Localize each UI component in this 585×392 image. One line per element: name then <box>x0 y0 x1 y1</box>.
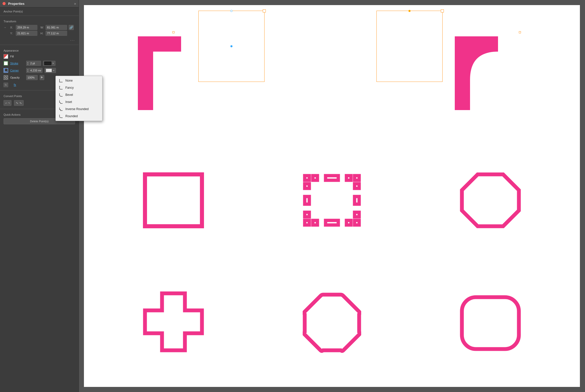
w-input[interactable] <box>46 25 67 30</box>
corner-dropdown-popup: None Fancy Bevel Inset Inverse Rounded <box>55 76 103 121</box>
svg-rect-15 <box>326 220 338 225</box>
corner-label[interactable]: Corner <box>10 69 24 72</box>
canvas-area <box>79 0 585 392</box>
corner-option-inset[interactable]: Inset <box>56 98 102 105</box>
corner-stepper[interactable]: ▲ ▼ 4.233 mr <box>26 68 42 73</box>
stroke-label[interactable]: Stroke <box>10 62 24 65</box>
stroke-value: 2 pt <box>29 62 41 65</box>
corner-stepper-arrows[interactable]: ▲ ▼ <box>26 69 29 72</box>
svg-rect-2 <box>145 174 202 226</box>
corner-rounded-icon <box>59 114 63 118</box>
h-input[interactable] <box>46 31 67 36</box>
opacity-dropdown-btn[interactable]: ▶ <box>40 75 44 80</box>
selection-handle-1 <box>172 31 174 33</box>
close-button[interactable] <box>3 2 6 5</box>
stroke-dropdown-arrow: ▼ <box>52 62 54 65</box>
opacity-icon <box>4 75 8 80</box>
corner-option-none[interactable]: None <box>56 77 102 84</box>
shape-octagon-outline[interactable] <box>460 172 521 228</box>
h-label: H: <box>40 32 44 35</box>
fx-icon: fx <box>4 83 8 87</box>
appearance-header: Appearance <box>0 47 79 53</box>
panel-titlebar: Properties » <box>0 0 79 7</box>
shape-cell-7 <box>143 291 204 356</box>
corner-option-fancy[interactable]: Fancy <box>56 84 102 91</box>
stroke-decrement[interactable]: ▼ <box>27 63 29 65</box>
stroke-swatch <box>44 62 51 65</box>
corner-inverse-rounded-icon <box>59 107 63 111</box>
svg-rect-18 <box>355 212 359 217</box>
svg-rect-10 <box>305 197 309 204</box>
corner-decrement[interactable]: ▼ <box>27 70 29 72</box>
shape-fancy-corners[interactable] <box>303 174 361 227</box>
shape-cell-4 <box>143 172 204 229</box>
corner-none-icon <box>59 78 63 83</box>
svg-rect-4 <box>313 176 317 180</box>
shape-cell-8 <box>303 293 361 354</box>
stroke-icon <box>4 61 8 66</box>
shape-corner-rounded-topleft[interactable] <box>455 36 526 110</box>
corner-row: Corner ▲ ▼ 4.233 mr ▼ <box>0 67 79 74</box>
corner-option-inverse-rounded[interactable]: Inverse Rounded <box>56 105 102 113</box>
link-proportions-button[interactable]: 🔗 <box>69 25 74 30</box>
collapse-button[interactable]: » <box>74 2 76 6</box>
stroke-row: Stroke ▲ ▼ 2 pt ▼ <box>0 60 79 67</box>
svg-point-0 <box>4 69 5 70</box>
x-input[interactable] <box>16 25 37 30</box>
shape-corner-none[interactable] <box>138 36 209 110</box>
shape-cell-9 <box>460 295 521 352</box>
corner-increment[interactable]: ▲ <box>27 69 29 70</box>
svg-rect-9 <box>355 184 359 188</box>
svg-rect-5 <box>305 184 309 188</box>
corner-option-bevel[interactable]: Bevel <box>56 91 102 98</box>
convert-smooth-button[interactable]: ∿ ∿ <box>14 100 23 106</box>
shape-rounded-rect-outline[interactable] <box>460 295 521 351</box>
corner-inset-label: Inset <box>65 100 72 104</box>
shape-square-outline[interactable] <box>143 172 204 228</box>
corner-icon <box>4 68 8 73</box>
x-label: X: <box>10 26 14 29</box>
svg-rect-11 <box>355 197 359 204</box>
svg-rect-16 <box>346 220 351 225</box>
fill-row: Fill <box>0 53 79 60</box>
corner-dropdown-arrow: ▼ <box>53 69 55 72</box>
y-input[interactable] <box>16 31 37 36</box>
corner-option-rounded[interactable]: Rounded <box>56 113 102 120</box>
opacity-label: Opacity <box>10 76 24 79</box>
svg-rect-6 <box>326 176 338 180</box>
corner-type-swatch <box>46 69 52 72</box>
selection-handle-3 <box>519 31 521 33</box>
anchor-points-header: Anchor Point(s) <box>0 7 79 14</box>
corner-inset-icon <box>59 100 63 104</box>
y-label: Y: <box>10 32 14 35</box>
stroke-stepper-arrows[interactable]: ▲ ▼ <box>26 62 29 65</box>
opacity-input[interactable] <box>26 75 38 80</box>
stroke-stepper[interactable]: ▲ ▼ 2 pt <box>26 61 41 66</box>
fx-label[interactable]: fx <box>10 82 20 88</box>
stroke-style-dropdown[interactable]: ▼ <box>43 61 55 66</box>
svg-rect-7 <box>346 176 351 180</box>
svg-rect-14 <box>305 220 309 225</box>
corner-inverse-rounded-label: Inverse Rounded <box>65 107 89 111</box>
svg-rect-3 <box>305 176 309 180</box>
shape-cell-6 <box>460 172 521 229</box>
w-label: W: <box>40 26 44 29</box>
corner-bevel-icon <box>59 93 63 97</box>
corner-rounded-label: Rounded <box>65 114 78 118</box>
corner-bevel-label: Bevel <box>65 93 73 97</box>
convert-corner-button[interactable]: ⌐ ¬ <box>4 100 11 106</box>
shape-cell-1 <box>138 36 209 110</box>
corner-fancy-icon <box>59 85 63 90</box>
shape-inverse-rounded-outline[interactable] <box>303 293 361 354</box>
svg-rect-13 <box>313 220 317 225</box>
svg-marker-19 <box>462 174 519 226</box>
corner-none-label: None <box>65 79 73 82</box>
stroke-increment[interactable]: ▲ <box>27 62 29 63</box>
svg-rect-17 <box>355 220 359 225</box>
shape-cross-outline[interactable] <box>143 291 204 355</box>
more-options[interactable]: ··· <box>0 38 79 43</box>
corner-type-svg <box>4 69 8 72</box>
shape-cell-3 <box>455 36 526 110</box>
shapes-grid <box>79 0 585 392</box>
corner-type-dropdown[interactable]: ▼ <box>45 68 56 73</box>
